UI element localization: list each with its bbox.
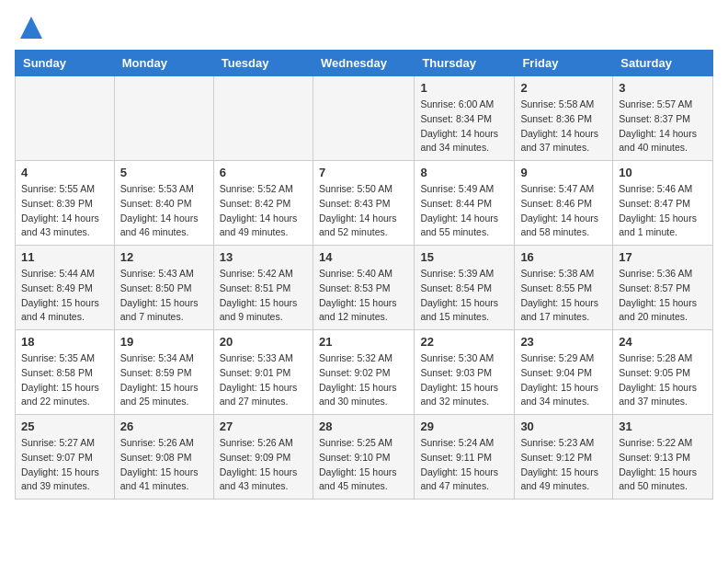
day-number: 25 [21, 419, 108, 433]
weekday-header-thursday: Thursday [415, 51, 515, 76]
day-info-line: Sunset: 8:55 PM [520, 282, 607, 296]
day-number: 1 [420, 81, 508, 95]
day-info: Sunrise: 5:58 AMSunset: 8:36 PMDaylight:… [520, 98, 607, 155]
calendar-day-6: 6Sunrise: 5:52 AMSunset: 8:42 PMDaylight… [213, 161, 313, 246]
calendar-day-24: 24Sunrise: 5:28 AMSunset: 9:05 PMDayligh… [613, 330, 713, 415]
day-info-line: Daylight: 15 hours [319, 296, 408, 311]
calendar-day-19: 19Sunrise: 5:34 AMSunset: 8:59 PMDayligh… [114, 330, 213, 415]
calendar-day-15: 15Sunrise: 5:39 AMSunset: 8:54 PMDayligh… [415, 246, 515, 330]
day-info-line: Sunrise: 5:29 AM [520, 351, 607, 366]
day-info-line: Sunset: 8:40 PM [120, 197, 208, 212]
day-info: Sunrise: 5:29 AMSunset: 9:04 PMDaylight:… [520, 351, 607, 409]
svg-marker-0 [20, 17, 42, 39]
day-info-line: Sunset: 9:13 PM [619, 451, 707, 465]
day-info-line: and 49 minutes. [520, 479, 607, 494]
calendar-week-1: 1Sunrise: 6:00 AMSunset: 8:34 PMDaylight… [16, 76, 713, 161]
day-info-line: Sunset: 8:51 PM [220, 282, 307, 296]
day-info: Sunrise: 5:42 AMSunset: 8:51 PMDaylight:… [220, 267, 307, 325]
day-info-line: and 37 minutes. [520, 141, 607, 155]
calendar-day-17: 17Sunrise: 5:36 AMSunset: 8:57 PMDayligh… [613, 246, 713, 330]
day-info: Sunrise: 5:36 AMSunset: 8:57 PMDaylight:… [619, 267, 707, 325]
day-info-line: Sunset: 9:02 PM [319, 366, 408, 381]
day-info-line: Sunset: 9:09 PM [220, 451, 307, 465]
day-info-line: Sunset: 8:50 PM [120, 282, 208, 296]
day-info-line: and 9 minutes. [220, 310, 307, 325]
calendar-day-20: 20Sunrise: 5:33 AMSunset: 9:01 PMDayligh… [213, 330, 313, 415]
day-info-line: Sunset: 9:12 PM [520, 451, 607, 465]
day-info-line: Daylight: 15 hours [420, 465, 508, 480]
day-info-line: Sunrise: 5:53 AM [120, 182, 208, 197]
day-info-line: Sunset: 8:46 PM [520, 197, 607, 212]
day-info-line: Sunset: 9:11 PM [420, 451, 508, 465]
calendar-day-23: 23Sunrise: 5:29 AMSunset: 9:04 PMDayligh… [515, 330, 613, 415]
calendar-day-8: 8Sunrise: 5:49 AMSunset: 8:44 PMDaylight… [415, 161, 515, 246]
calendar-day-3: 3Sunrise: 5:57 AMSunset: 8:37 PMDaylight… [613, 76, 713, 161]
day-info-line: Daylight: 15 hours [520, 296, 607, 311]
calendar-day-26: 26Sunrise: 5:26 AMSunset: 9:08 PMDayligh… [114, 415, 213, 500]
day-info-line: Sunrise: 5:24 AM [420, 436, 508, 451]
day-info: Sunrise: 5:25 AMSunset: 9:10 PMDaylight:… [319, 436, 408, 494]
day-info-line: Sunrise: 5:22 AM [619, 436, 707, 451]
day-info: Sunrise: 5:30 AMSunset: 9:03 PMDaylight:… [420, 351, 508, 409]
day-number: 31 [619, 419, 707, 433]
day-info-line: Daylight: 14 hours [420, 212, 508, 226]
day-info: Sunrise: 5:46 AMSunset: 8:47 PMDaylight:… [619, 182, 707, 240]
day-info-line: Sunrise: 5:30 AM [420, 351, 508, 366]
day-info-line: Daylight: 15 hours [619, 465, 707, 480]
page-header [15, 15, 713, 40]
day-info-line: Sunset: 9:07 PM [21, 451, 108, 465]
calendar-day-18: 18Sunrise: 5:35 AMSunset: 8:58 PMDayligh… [16, 330, 115, 415]
day-info-line: Daylight: 14 hours [21, 212, 108, 226]
day-info-line: Sunset: 8:34 PM [420, 112, 508, 127]
day-number: 15 [420, 250, 508, 264]
day-info: Sunrise: 5:49 AMSunset: 8:44 PMDaylight:… [420, 182, 508, 240]
day-info-line: Sunrise: 5:39 AM [420, 267, 508, 282]
day-info-line: Daylight: 15 hours [120, 465, 208, 480]
day-number: 13 [220, 250, 307, 264]
day-info-line: Sunset: 9:08 PM [120, 451, 208, 465]
day-number: 18 [21, 335, 108, 349]
day-info: Sunrise: 5:44 AMSunset: 8:49 PMDaylight:… [21, 267, 108, 325]
day-info: Sunrise: 5:35 AMSunset: 8:58 PMDaylight:… [21, 351, 108, 409]
day-info: Sunrise: 5:50 AMSunset: 8:43 PMDaylight:… [319, 182, 408, 240]
day-info: Sunrise: 5:47 AMSunset: 8:46 PMDaylight:… [520, 182, 607, 240]
day-info: Sunrise: 5:52 AMSunset: 8:42 PMDaylight:… [220, 182, 307, 240]
day-number: 20 [220, 335, 307, 349]
day-info-line: Sunrise: 5:40 AM [319, 267, 408, 282]
day-info-line: Daylight: 15 hours [21, 296, 108, 311]
day-info-line: Sunset: 8:54 PM [420, 282, 508, 296]
day-number: 24 [619, 335, 707, 349]
day-number: 4 [21, 166, 108, 179]
logo [15, 15, 44, 40]
day-info-line: Sunrise: 5:32 AM [319, 351, 408, 366]
day-info: Sunrise: 5:43 AMSunset: 8:50 PMDaylight:… [120, 267, 208, 325]
day-info: Sunrise: 5:27 AMSunset: 9:07 PMDaylight:… [21, 436, 108, 494]
day-info-line: and 15 minutes. [420, 310, 508, 325]
day-info-line: Daylight: 15 hours [319, 381, 408, 396]
day-info-line: Sunset: 8:49 PM [21, 282, 108, 296]
calendar-day-16: 16Sunrise: 5:38 AMSunset: 8:55 PMDayligh… [515, 246, 613, 330]
day-info-line: Sunrise: 5:42 AM [220, 267, 307, 282]
day-info-line: Sunrise: 5:43 AM [120, 267, 208, 282]
day-info-line: Sunset: 8:47 PM [619, 197, 707, 212]
day-info-line: Sunrise: 5:27 AM [21, 436, 108, 451]
weekday-header-saturday: Saturday [613, 51, 713, 76]
day-info: Sunrise: 5:24 AMSunset: 9:11 PMDaylight:… [420, 436, 508, 494]
day-info-line: and 49 minutes. [220, 225, 307, 240]
calendar-week-5: 25Sunrise: 5:27 AMSunset: 9:07 PMDayligh… [16, 415, 713, 500]
day-number: 28 [319, 419, 408, 433]
weekday-header-tuesday: Tuesday [213, 51, 313, 76]
day-info-line: Sunset: 8:58 PM [21, 366, 108, 381]
calendar-day-25: 25Sunrise: 5:27 AMSunset: 9:07 PMDayligh… [16, 415, 115, 500]
day-info-line: and 55 minutes. [420, 225, 508, 240]
day-info-line: Sunset: 8:37 PM [619, 112, 707, 127]
calendar-week-2: 4Sunrise: 5:55 AMSunset: 8:39 PMDaylight… [16, 161, 713, 246]
calendar-day-21: 21Sunrise: 5:32 AMSunset: 9:02 PMDayligh… [313, 330, 414, 415]
empty-cell [213, 76, 313, 161]
day-info-line: Sunset: 8:59 PM [120, 366, 208, 381]
day-info-line: Daylight: 14 hours [220, 212, 307, 226]
day-info-line: Sunset: 9:03 PM [420, 366, 508, 381]
calendar-day-30: 30Sunrise: 5:23 AMSunset: 9:12 PMDayligh… [515, 415, 613, 500]
day-info-line: Sunset: 9:05 PM [619, 366, 707, 381]
day-number: 8 [420, 166, 508, 179]
